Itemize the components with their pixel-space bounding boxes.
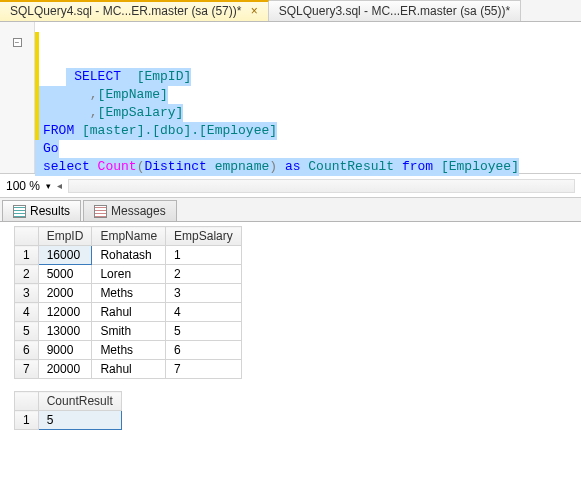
results-tab-bar: Results Messages: [0, 198, 581, 222]
table-row[interactable]: 1 5: [15, 411, 122, 430]
tab-results[interactable]: Results: [2, 200, 81, 221]
sql-editor[interactable]: − SELECT [EmpID] ,[EmpName] ,[EmpSalary]…: [0, 22, 581, 174]
col-countresult[interactable]: CountResult: [38, 392, 121, 411]
table-row[interactable]: 7 20000 Rahul 7: [15, 360, 242, 379]
cell[interactable]: Rohatash: [92, 246, 166, 265]
col-empsalary[interactable]: EmpSalary: [166, 227, 242, 246]
cell[interactable]: 5: [38, 411, 121, 430]
cell[interactable]: 7: [166, 360, 242, 379]
kw-select: SELECT: [74, 69, 121, 84]
table-row[interactable]: 5 13000 Smith 5: [15, 322, 242, 341]
row-number: 2: [15, 265, 39, 284]
table-row[interactable]: 3 2000 Meths 3: [15, 284, 242, 303]
tab-messages[interactable]: Messages: [83, 200, 177, 221]
fold-gutter: −: [0, 22, 35, 173]
fold-toggle-icon[interactable]: −: [13, 38, 22, 47]
result-grid-2[interactable]: CountResult 1 5: [14, 391, 122, 430]
kw-from2: from: [394, 159, 441, 174]
tab-label: SQLQuery4.sql - MC...ER.master (sa (57))…: [10, 4, 241, 18]
cell[interactable]: 1: [166, 246, 242, 265]
header-row: EmpID EmpName EmpSalary: [15, 227, 242, 246]
cell[interactable]: Meths: [92, 341, 166, 360]
cell[interactable]: Loren: [92, 265, 166, 284]
cell[interactable]: Smith: [92, 322, 166, 341]
row-number: 1: [15, 411, 39, 430]
kw-select2: select: [43, 159, 90, 174]
zoom-bar: 100 % ▾ ◂: [0, 174, 581, 198]
scroll-left-icon[interactable]: ◂: [57, 180, 62, 191]
col-empsalary: [EmpSalary]: [98, 105, 184, 120]
cell[interactable]: 20000: [38, 360, 92, 379]
func-count: Count: [90, 159, 137, 174]
row-number: 6: [15, 341, 39, 360]
row-number: 1: [15, 246, 39, 265]
col-empname[interactable]: EmpName: [92, 227, 166, 246]
obj-employee: [master].[dbo].[Employee]: [74, 123, 277, 138]
table-row[interactable]: 6 9000 Meths 6: [15, 341, 242, 360]
close-icon[interactable]: ×: [251, 4, 258, 18]
table-row[interactable]: 1 16000 Rohatash 1: [15, 246, 242, 265]
kw-from: FROM: [43, 123, 74, 138]
comma: ,: [43, 87, 98, 102]
tab-label: Messages: [111, 204, 166, 218]
alias-countresult: CountResult: [308, 159, 394, 174]
corner-cell: [15, 392, 39, 411]
table-row[interactable]: 4 12000 Rahul 4: [15, 303, 242, 322]
cell[interactable]: 2000: [38, 284, 92, 303]
cell[interactable]: 4: [166, 303, 242, 322]
col-empid[interactable]: EmpID: [38, 227, 92, 246]
cell[interactable]: 13000: [38, 322, 92, 341]
cell[interactable]: 16000: [38, 246, 92, 265]
arg-empname: empname: [207, 159, 269, 174]
tbl-employee: [Employee]: [441, 159, 519, 174]
cell[interactable]: 5000: [38, 265, 92, 284]
cell[interactable]: Rahul: [92, 360, 166, 379]
grid-icon: [13, 205, 26, 218]
tab-sqlquery3[interactable]: SQLQuery3.sql - MC...ER.master (sa (55))…: [269, 0, 521, 21]
tab-label: Results: [30, 204, 70, 218]
kw-distinct: Distinct: [144, 159, 206, 174]
row-number: 4: [15, 303, 39, 322]
change-marker: [35, 32, 39, 140]
results-pane: EmpID EmpName EmpSalary 1 16000 Rohatash…: [0, 222, 581, 430]
corner-cell: [15, 227, 39, 246]
kw-as: as: [277, 159, 308, 174]
cell[interactable]: 5: [166, 322, 242, 341]
cell[interactable]: 6: [166, 341, 242, 360]
cell[interactable]: 3: [166, 284, 242, 303]
comma: ,: [43, 105, 98, 120]
row-number: 5: [15, 322, 39, 341]
cell[interactable]: Meths: [92, 284, 166, 303]
file-tab-bar: SQLQuery4.sql - MC...ER.master (sa (57))…: [0, 0, 581, 22]
messages-icon: [94, 205, 107, 218]
col-empid: [EmpID]: [121, 69, 191, 84]
result-grid-1[interactable]: EmpID EmpName EmpSalary 1 16000 Rohatash…: [14, 226, 242, 379]
cell[interactable]: 12000: [38, 303, 92, 322]
cell[interactable]: 2: [166, 265, 242, 284]
cell[interactable]: 9000: [38, 341, 92, 360]
row-number: 7: [15, 360, 39, 379]
table-row[interactable]: 2 5000 Loren 2: [15, 265, 242, 284]
row-number: 3: [15, 284, 39, 303]
tab-sqlquery4[interactable]: SQLQuery4.sql - MC...ER.master (sa (57))…: [0, 0, 269, 21]
cell[interactable]: Rahul: [92, 303, 166, 322]
col-empname: [EmpName]: [98, 87, 168, 102]
kw-go: Go: [43, 141, 59, 156]
tab-label: SQLQuery3.sql - MC...ER.master (sa (55))…: [279, 4, 510, 18]
header-row: CountResult: [15, 392, 122, 411]
horizontal-scrollbar[interactable]: [68, 179, 575, 193]
code-area[interactable]: SELECT [EmpID] ,[EmpName] ,[EmpSalary] F…: [35, 22, 581, 173]
